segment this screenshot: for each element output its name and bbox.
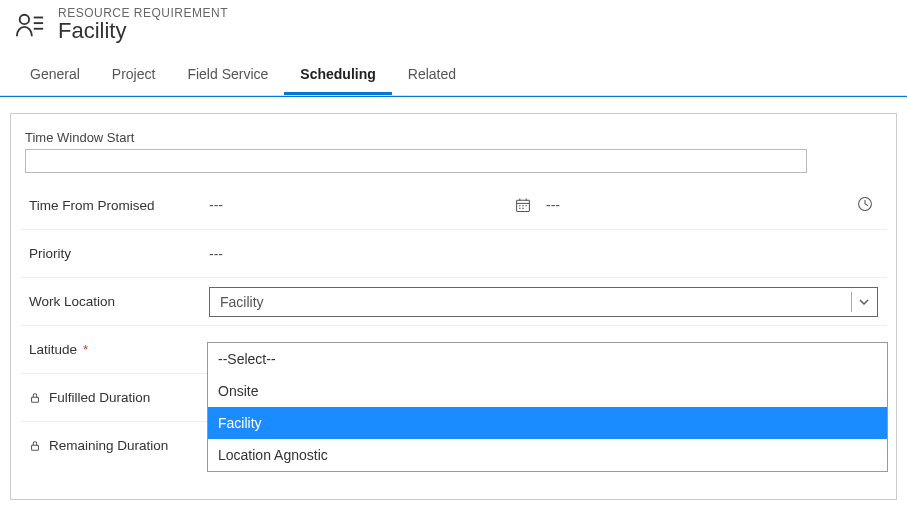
section-label-time-window-start: Time Window Start [25,130,882,145]
page-header: RESOURCE REQUIREMENT Facility [0,0,907,56]
tab-field-service[interactable]: Field Service [171,56,284,95]
value-time-from-promised-date[interactable]: --- [546,197,560,213]
label-latitude: Latitude [29,342,77,357]
work-location-selected-value: Facility [220,294,264,310]
svg-rect-16 [32,397,39,402]
dropdown-option-facility[interactable]: Facility [208,407,887,439]
row-priority: Priority --- [21,229,886,277]
svg-point-0 [20,15,29,24]
row-work-location: Work Location Facility [21,277,886,325]
label-fulfilled-duration: Fulfilled Duration [49,390,150,405]
form-container: Time Window Start Time From Promised --- [10,113,897,500]
tab-general[interactable]: General [14,56,96,95]
row-time-from-promised: Time From Promised --- [21,181,886,229]
tab-project[interactable]: Project [96,56,172,95]
work-location-select[interactable]: Facility [209,287,878,317]
label-time-from-promised: Time From Promised [29,198,209,213]
tab-underline [0,96,907,97]
dropdown-option-onsite[interactable]: Onsite [208,375,887,407]
svg-line-15 [865,204,868,206]
tab-scheduling[interactable]: Scheduling [284,56,391,95]
time-window-start-input[interactable] [25,149,807,173]
lock-icon [29,392,43,404]
dropdown-option-select[interactable]: --Select-- [208,343,887,375]
value-time-from-promised[interactable]: --- [209,197,223,213]
lock-icon [29,440,43,452]
entity-icon [12,7,48,43]
label-priority: Priority [29,246,209,261]
tab-related[interactable]: Related [392,56,472,95]
clock-icon[interactable] [856,195,874,213]
chevron-down-icon[interactable] [851,292,871,312]
value-priority[interactable]: --- [209,246,223,262]
dropdown-option-location-agnostic[interactable]: Location Agnostic [208,439,887,471]
page-title: Facility [58,18,228,44]
tab-bar: General Project Field Service Scheduling… [0,56,907,96]
svg-rect-17 [32,445,39,450]
label-remaining-duration: Remaining Duration [49,438,168,453]
work-location-dropdown: --Select-- Onsite Facility Location Agno… [207,342,888,472]
calendar-icon[interactable] [514,196,532,214]
required-indicator: * [83,342,88,357]
label-work-location: Work Location [29,294,209,309]
